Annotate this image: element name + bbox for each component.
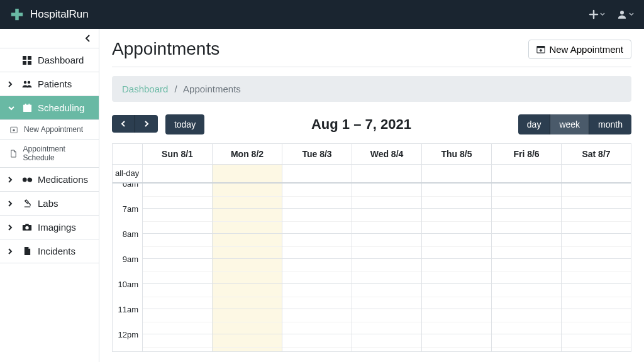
time-slot[interactable]: [352, 209, 422, 234]
next-button[interactable]: [135, 115, 158, 133]
time-slot[interactable]: [492, 209, 562, 234]
time-slot[interactable]: [422, 259, 492, 284]
time-slot[interactable]: [213, 284, 282, 309]
calendar-day-header[interactable]: Fri 8/6: [492, 144, 562, 164]
time-slot[interactable]: [352, 234, 422, 259]
calendar-day-header[interactable]: Sun 8/1: [143, 144, 213, 164]
svg-rect-10: [23, 105, 31, 107]
sidebar-item-patients[interactable]: Patients: [0, 72, 99, 96]
sidebar-item-imagings[interactable]: Imagings: [0, 216, 99, 239]
time-slot[interactable]: [562, 234, 631, 259]
time-slot[interactable]: [492, 184, 562, 209]
sidebar-item-medications[interactable]: Medications: [0, 168, 99, 192]
allday-cell[interactable]: [562, 165, 631, 182]
time-slot[interactable]: [213, 259, 282, 284]
time-slot[interactable]: [422, 209, 492, 234]
time-slot[interactable]: [143, 259, 213, 284]
button-label: New Appointment: [549, 44, 623, 55]
svg-rect-6: [28, 61, 31, 65]
calendar-body[interactable]: 6am7am8am9am10am11am12pm1pm: [113, 184, 631, 351]
add-menu[interactable]: [589, 9, 605, 19]
time-slot[interactable]: [282, 209, 352, 234]
time-slot[interactable]: [282, 259, 352, 284]
time-slot[interactable]: [562, 309, 631, 334]
brand[interactable]: HospitalRun: [10, 8, 89, 21]
calendar-title: Aug 1 – 7, 2021: [311, 116, 411, 133]
calendar-toolbar: today Aug 1 – 7, 2021 day week month: [112, 114, 631, 134]
calendar-day-header[interactable]: Mon 8/2: [213, 144, 282, 164]
view-day-button[interactable]: day: [518, 114, 550, 134]
view-month-button[interactable]: month: [589, 114, 631, 134]
hour-label: 8am: [113, 229, 143, 255]
time-slot[interactable]: [143, 284, 213, 309]
calendar: Sun 8/1 Mon 8/2 Tue 8/3 Wed 8/4 Thu 8/5 …: [112, 143, 631, 352]
time-slot[interactable]: [422, 334, 492, 351]
time-slot[interactable]: [143, 184, 213, 209]
calendar-day-header[interactable]: Wed 8/4: [352, 144, 422, 164]
calendar-plus-icon: [536, 45, 545, 53]
time-slot[interactable]: [213, 184, 282, 209]
calendar-day-header[interactable]: Tue 8/3: [282, 144, 352, 164]
time-slot[interactable]: [562, 184, 631, 209]
time-slot[interactable]: [352, 334, 422, 351]
allday-cell[interactable]: [213, 165, 282, 182]
time-slot[interactable]: [282, 184, 352, 209]
time-slot[interactable]: [492, 334, 562, 351]
sidebar-item-labs[interactable]: Labs: [0, 192, 99, 216]
time-slot[interactable]: [352, 184, 422, 209]
calendar-day-header[interactable]: Sat 8/7: [562, 144, 631, 164]
sidebar-item-scheduling[interactable]: Scheduling: [0, 96, 99, 120]
allday-cell[interactable]: [492, 165, 562, 182]
sidebar-sub-new-appointment[interactable]: New Appointment: [0, 120, 99, 140]
time-slot[interactable]: [352, 259, 422, 284]
time-slot[interactable]: [143, 234, 213, 259]
user-menu[interactable]: [616, 9, 634, 20]
time-slot[interactable]: [492, 284, 562, 309]
svg-rect-11: [25, 104, 26, 106]
time-slot[interactable]: [492, 259, 562, 284]
time-slot[interactable]: [352, 309, 422, 334]
time-slot[interactable]: [282, 284, 352, 309]
time-slot[interactable]: [352, 284, 422, 309]
sidebar-item-dashboard[interactable]: Dashboard: [0, 48, 99, 72]
time-slot[interactable]: [422, 309, 492, 334]
time-slot[interactable]: [562, 334, 631, 351]
time-slot[interactable]: [422, 234, 492, 259]
prev-button[interactable]: [112, 115, 135, 133]
calendar-day-header[interactable]: Thu 8/5: [422, 144, 492, 164]
allday-cell[interactable]: [422, 165, 492, 182]
time-slot[interactable]: [422, 184, 492, 209]
page-header: Appointments New Appointment: [112, 39, 631, 67]
time-slot[interactable]: [143, 309, 213, 334]
sidebar-item-label: Dashboard: [38, 55, 84, 65]
time-slot[interactable]: [213, 209, 282, 234]
time-slot[interactable]: [213, 334, 282, 351]
time-slot[interactable]: [143, 334, 213, 351]
time-slot[interactable]: [282, 234, 352, 259]
time-slot[interactable]: [213, 234, 282, 259]
calendar-hour-row: 6am: [113, 184, 631, 209]
calendar-hour-row: 9am: [113, 259, 631, 284]
view-week-button[interactable]: week: [550, 114, 589, 134]
allday-cell[interactable]: [143, 165, 213, 182]
time-slot[interactable]: [282, 309, 352, 334]
time-slot[interactable]: [143, 209, 213, 234]
time-slot[interactable]: [562, 284, 631, 309]
sidebar-sub-appointment-schedule[interactable]: Appointment Schedule: [0, 140, 99, 168]
today-button[interactable]: today: [165, 114, 204, 134]
allday-cell[interactable]: [282, 165, 352, 182]
breadcrumb-root[interactable]: Dashboard: [122, 84, 168, 94]
allday-label: all-day: [113, 165, 143, 182]
time-slot[interactable]: [492, 234, 562, 259]
time-slot[interactable]: [562, 259, 631, 284]
sidebar-collapse[interactable]: [0, 29, 99, 48]
topbar: HospitalRun: [0, 0, 644, 29]
time-slot[interactable]: [422, 284, 492, 309]
new-appointment-button[interactable]: New Appointment: [528, 40, 631, 59]
sidebar-item-incidents[interactable]: Incidents: [0, 239, 99, 263]
time-slot[interactable]: [282, 334, 352, 351]
time-slot[interactable]: [213, 309, 282, 334]
allday-cell[interactable]: [352, 165, 422, 182]
time-slot[interactable]: [562, 209, 631, 234]
time-slot[interactable]: [492, 309, 562, 334]
